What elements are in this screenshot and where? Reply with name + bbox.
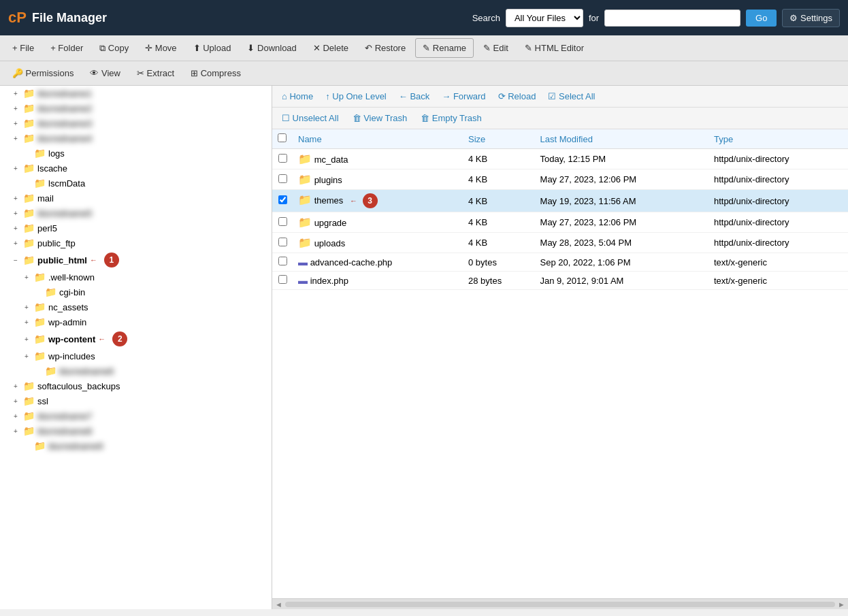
tree-item-blurred7[interactable]: + 📁 blurredname7	[0, 408, 272, 423]
copy-btn[interactable]: ⧉ Copy	[93, 39, 135, 58]
table-row[interactable]: ▬ advanced-cache.php 0 bytes Sep 20, 202…	[272, 253, 848, 272]
row-checkbox-cell[interactable]	[272, 212, 293, 233]
permissions-btn[interactable]: 🔑 Permissions	[5, 64, 80, 82]
annotation-badge-3: 3	[363, 193, 378, 208]
select-all-btn[interactable]: ☑ Select All	[542, 88, 600, 104]
search-scope-select[interactable]: All Your Files	[506, 9, 583, 27]
up-one-level-btn[interactable]: ↑ Up One Level	[320, 88, 392, 104]
table-row[interactable]: ▬ index.php 28 bytes Jan 9, 2012, 9:01 A…	[272, 272, 848, 290]
table-row[interactable]: 📁 themes ← 3 4 KB May 19, 2023, 11:56 AM…	[272, 190, 848, 212]
file-btn[interactable]: + File	[5, 39, 41, 57]
tree-item-public-ftp[interactable]: + 📁 public_ftp	[0, 236, 272, 250]
tree-item-lscmdata[interactable]: 📁 lscmData	[0, 176, 272, 191]
row-name-cell[interactable]: 📁 mc_data	[293, 149, 463, 169]
row-checkbox[interactable]	[278, 257, 287, 265]
settings-button[interactable]: ⚙ Settings	[782, 9, 840, 27]
row-checkbox[interactable]	[278, 154, 287, 163]
scroll-left-arrow[interactable]: ◄	[275, 600, 282, 609]
row-checkbox[interactable]	[278, 195, 287, 204]
tree-item-logs[interactable]: 📁 logs	[0, 146, 272, 161]
folder-btn[interactable]: + Folder	[44, 39, 90, 57]
html-editor-btn[interactable]: ✎ HTML Editor	[518, 39, 591, 57]
expand-icon: +	[14, 165, 20, 172]
row-checkbox[interactable]	[278, 217, 287, 226]
row-checkbox-cell[interactable]	[272, 149, 293, 169]
edit-btn[interactable]: ✎ Edit	[476, 39, 515, 57]
tree-item-wp-includes[interactable]: + 📁 wp-includes	[0, 348, 272, 363]
tree-item-well-known[interactable]: + 📁 .well-known	[0, 270, 272, 285]
row-checkbox-cell[interactable]	[272, 190, 293, 212]
tree-item-wp-admin[interactable]: + 📁 wp-admin	[0, 314, 272, 329]
table-row[interactable]: 📁 plugins 4 KB May 27, 2023, 12:06 PM ht…	[272, 169, 848, 190]
col-type[interactable]: Type	[708, 129, 848, 149]
col-modified[interactable]: Last Modified	[535, 129, 708, 149]
tree-item-wp-content[interactable]: + 📁 wp-content ← 2	[0, 329, 272, 348]
tree-item-public-html[interactable]: − 📁 public_html ← 1	[0, 250, 272, 270]
tree-item-perl5[interactable]: + 📁 perl5	[0, 221, 272, 236]
tree-item-blurred5[interactable]: + 📁 blurredname5	[0, 206, 272, 221]
back-btn[interactable]: ← Back	[393, 88, 436, 104]
scroll-right-arrow[interactable]: ►	[838, 600, 845, 609]
view-btn[interactable]: 👁 View	[83, 64, 127, 82]
reload-btn[interactable]: ⟳ Reload	[493, 88, 542, 104]
row-checkbox-cell[interactable]	[272, 169, 293, 190]
row-name-cell[interactable]: 📁 upgrade	[293, 212, 463, 233]
row-checkbox-cell[interactable]	[272, 253, 293, 272]
file-panel: ⌂ Home ↑ Up One Level ← Back → Forward ⟳…	[272, 86, 848, 609]
table-row[interactable]: 📁 mc_data 4 KB Today, 12:15 PM httpd/uni…	[272, 149, 848, 169]
row-checkbox-cell[interactable]	[272, 233, 293, 253]
tree-label: wp-content ← 2	[48, 331, 127, 346]
tree-item-nc-assets[interactable]: + 📁 nc_assets	[0, 299, 272, 314]
tree-item-blurred2[interactable]: + 📁 blurredname2	[0, 101, 272, 116]
folder-icon: 📁	[34, 351, 46, 361]
row-checkbox-cell[interactable]	[272, 272, 293, 290]
tree-item-cgi-bin[interactable]: 📁 cgi-bin	[0, 285, 272, 299]
tree-item-blurred9[interactable]: 📁 blurredname9	[0, 438, 272, 453]
tree-label: blurredname6	[59, 366, 114, 376]
row-checkbox[interactable]	[278, 238, 287, 246]
row-name-cell[interactable]: 📁 uploads	[293, 233, 463, 253]
tree-item-lscache[interactable]: + 📁 lscache	[0, 161, 272, 176]
row-name: mc_data	[314, 155, 348, 165]
tree-item-blurred4[interactable]: + 📁 blurredname4	[0, 131, 272, 146]
extract-btn[interactable]: ✂ Extract	[130, 64, 181, 82]
search-input[interactable]	[604, 10, 740, 27]
col-size[interactable]: Size	[463, 129, 535, 149]
tree-label: logs	[48, 148, 65, 159]
row-checkbox[interactable]	[278, 174, 287, 183]
col-checkbox[interactable]	[272, 129, 293, 149]
table-row[interactable]: 📁 upgrade 4 KB May 27, 2023, 12:06 PM ht…	[272, 212, 848, 233]
main-container: + 📁 blurredname1 + 📁 blurredname2 + 📁 bl…	[0, 86, 848, 609]
rename-btn[interactable]: ✎ Rename	[415, 38, 474, 58]
row-name-cell[interactable]: 📁 plugins	[293, 169, 463, 190]
forward-btn[interactable]: → Forward	[436, 88, 491, 104]
tree-item-blurred3[interactable]: + 📁 blurredname3	[0, 116, 272, 131]
row-name-cell[interactable]: 📁 themes ← 3	[293, 190, 463, 212]
delete-btn[interactable]: ✕ Delete	[306, 39, 355, 57]
table-row[interactable]: 📁 uploads 4 KB May 28, 2023, 5:04 PM htt…	[272, 233, 848, 253]
tree-item-blurred6[interactable]: 📁 blurredname6	[0, 363, 272, 378]
col-name[interactable]: Name	[293, 129, 463, 149]
go-button[interactable]: Go	[746, 10, 777, 27]
download-btn[interactable]: ⬇ Download	[240, 39, 303, 57]
row-checkbox[interactable]	[278, 275, 287, 284]
tree-item-blurred1[interactable]: + 📁 blurredname1	[0, 86, 272, 101]
move-btn[interactable]: ✛ Move	[138, 39, 183, 57]
row-type: httpd/unix-directory	[708, 233, 848, 253]
restore-btn[interactable]: ↶ Restore	[358, 39, 412, 57]
horizontal-scrollbar[interactable]: ◄ ►	[272, 598, 848, 609]
select-all-checkbox[interactable]	[278, 133, 287, 142]
upload-btn[interactable]: ⬆ Upload	[186, 39, 238, 57]
tree-item-ssl[interactable]: + 📁 ssl	[0, 393, 272, 408]
view-trash-btn[interactable]: 🗑 View Trash	[347, 110, 413, 126]
compress-btn[interactable]: ⊞ Compress	[184, 64, 248, 82]
unselect-all-btn[interactable]: ☐ Unselect All	[276, 110, 344, 126]
row-name-cell[interactable]: ▬ advanced-cache.php	[293, 253, 463, 272]
home-nav-btn[interactable]: ⌂ Home	[276, 88, 319, 104]
empty-trash-btn[interactable]: 🗑 Empty Trash	[415, 110, 487, 126]
tree-label: perl5	[37, 223, 57, 233]
row-name-cell[interactable]: ▬ index.php	[293, 272, 463, 290]
tree-item-mail[interactable]: + 📁 mail	[0, 191, 272, 206]
tree-item-softaculous[interactable]: + 📁 softaculous_backups	[0, 378, 272, 393]
tree-item-blurred8[interactable]: + 📁 blurredname8	[0, 423, 272, 438]
